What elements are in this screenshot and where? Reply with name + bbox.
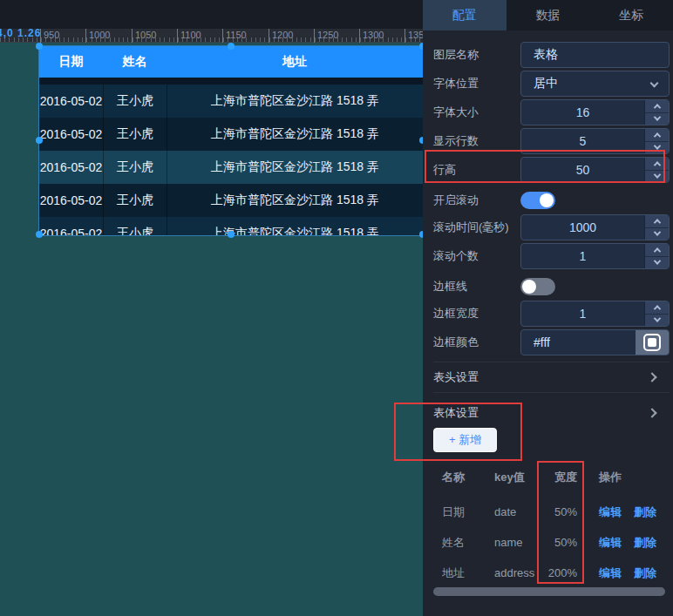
layer-name-label: 图层名称 <box>433 42 479 68</box>
display-rows-label: 显示行数 <box>433 128 479 154</box>
spinner-down-icon[interactable] <box>645 142 669 154</box>
border-line-toggle[interactable] <box>520 278 555 295</box>
delete-link[interactable]: 删除 <box>634 534 660 552</box>
resize-handle-top-left[interactable] <box>36 43 43 50</box>
cell-address: 上海市普陀区金沙江路 1518 弄 <box>167 85 423 118</box>
table-widget[interactable]: 日期 姓名 地址 2016-05-02 王小虎 上海市普陀区金沙江路 1518 … <box>39 46 423 235</box>
table-widget-header: 日期 姓名 地址 <box>39 46 423 78</box>
divider <box>433 392 670 393</box>
scroll-count-label: 滚动个数 <box>433 243 479 269</box>
cell-date: 2016-05-02 <box>39 118 103 151</box>
edit-link[interactable]: 编辑 <box>599 534 625 552</box>
border-width-value: 1 <box>521 307 644 321</box>
scroll-time-value: 1000 <box>521 220 644 234</box>
cell-name: 王小虎 <box>103 184 167 217</box>
section-table-body-settings[interactable]: 表体设置 <box>433 405 670 423</box>
tab-data[interactable]: 数据 <box>506 0 590 30</box>
spinner-up-icon[interactable] <box>645 158 669 170</box>
ruler-tick-label: 1300 <box>359 29 384 43</box>
resize-handle-bottom-left[interactable] <box>36 231 43 238</box>
tab-config[interactable]: 配置 <box>423 0 506 30</box>
font-size-value: 16 <box>521 105 644 119</box>
spinner-up-icon[interactable] <box>645 100 669 112</box>
coltable-name: 地址 <box>442 565 486 582</box>
spinner-down-icon[interactable] <box>645 171 669 183</box>
scroll-enable-toggle[interactable] <box>520 192 555 209</box>
tab-coords[interactable]: 坐标 <box>589 0 673 30</box>
font-position-select[interactable]: 居中 <box>520 71 670 97</box>
settings-panel: 配置 数据 坐标 图层名称 表格 字体位置 居中 字体大小 16 显示行数 5 <box>423 0 673 616</box>
row-height-input[interactable]: 50 <box>520 157 670 183</box>
spinner-down-icon[interactable] <box>645 315 669 327</box>
table-row: 2016-05-02 王小虎 上海市普陀区金沙江路 1518 弄 <box>39 85 423 118</box>
horizontal-ruler: 950 1000 1050 1100 1150 1200 1250 1300 1… <box>0 29 423 43</box>
table-widget-header-cell: 日期 <box>39 46 103 78</box>
border-color-input[interactable]: #fff <box>520 329 670 355</box>
font-size-input[interactable]: 16 <box>520 99 670 125</box>
edit-link[interactable]: 编辑 <box>599 504 625 521</box>
ruler-tick-label: 1350 <box>404 29 423 43</box>
cell-address: 上海市普陀区金沙江路 1518 弄 <box>167 217 423 235</box>
chevron-right-icon <box>647 408 656 417</box>
border-width-input[interactable]: 1 <box>520 301 670 327</box>
resize-handle-top-right[interactable] <box>419 43 423 50</box>
cell-address: 上海市普陀区金沙江路 1518 弄 <box>167 151 423 184</box>
section-table-header-settings[interactable]: 表头设置 <box>433 369 670 387</box>
delete-link[interactable]: 删除 <box>634 565 660 582</box>
horizontal-scrollbar[interactable] <box>433 587 665 596</box>
row-height-label: 行高 <box>433 157 456 183</box>
table-row: 2016-05-02 王小虎 上海市普陀区金沙江路 1518 弄 <box>39 184 423 217</box>
table-widget-header-gap <box>39 78 423 85</box>
spinner-up-icon[interactable] <box>645 129 669 141</box>
table-row: 2016-05-02 王小虎 上海市普陀区金沙江路 1518 弄 <box>39 118 423 151</box>
table-row-highlighted: 2016-05-02 王小虎 上海市普陀区金沙江路 1518 弄 <box>39 151 423 184</box>
color-swatch-icon <box>643 334 661 351</box>
edit-link[interactable]: 编辑 <box>599 565 625 582</box>
resize-handle-bottom-middle[interactable] <box>228 231 235 238</box>
resize-handle-middle-right[interactable] <box>419 137 423 144</box>
divider <box>433 362 670 362</box>
coltable-header-name: 名称 <box>442 469 486 486</box>
scroll-count-input[interactable]: 1 <box>520 243 670 269</box>
ruler-cursor-position: 4,0 1.26 <box>0 27 41 39</box>
spinner-down-icon[interactable] <box>645 228 669 240</box>
ruler-tick-label: 1100 <box>177 29 201 43</box>
canvas-area: 950 1000 1050 1100 1150 1200 1250 1300 1… <box>0 0 423 616</box>
coltable-width: 50% <box>534 534 577 552</box>
spinner-down-icon[interactable] <box>645 113 669 125</box>
table-widget-header-cell: 姓名 <box>103 46 167 78</box>
cell-date: 2016-05-02 <box>39 151 103 184</box>
scroll-count-value: 1 <box>521 249 644 263</box>
spinner-up-icon[interactable] <box>645 215 669 227</box>
spinner-down-icon[interactable] <box>645 257 669 269</box>
resize-handle-top-middle[interactable] <box>228 43 235 50</box>
cell-address: 上海市普陀区金沙江路 1518 弄 <box>167 118 423 151</box>
ruler-tick-label: 1050 <box>132 29 156 43</box>
toggle-knob <box>522 280 536 294</box>
toggle-knob <box>540 193 554 207</box>
layer-name-input[interactable]: 表格 <box>520 42 670 68</box>
resize-handle-bottom-right[interactable] <box>419 231 423 238</box>
coltable-header-width: 宽度 <box>534 469 577 486</box>
add-column-button[interactable]: + 新增 <box>433 428 497 452</box>
layer-name-value: 表格 <box>521 47 669 63</box>
display-rows-input[interactable]: 5 <box>520 128 670 154</box>
ruler-tick-label: 1250 <box>314 29 338 43</box>
cell-address: 上海市普陀区金沙江路 1518 弄 <box>167 184 423 217</box>
resize-handle-middle-left[interactable] <box>36 137 43 144</box>
table-widget-header-cell: 地址 <box>167 46 423 78</box>
spinner-up-icon[interactable] <box>645 244 669 256</box>
coltable-width: 50% <box>534 504 577 521</box>
spinner-up-icon[interactable] <box>645 301 669 314</box>
ruler-tick-label: 1000 <box>85 29 110 43</box>
chevron-right-icon <box>647 372 656 382</box>
color-picker-button[interactable] <box>636 330 669 355</box>
border-line-label: 边框线 <box>433 274 467 300</box>
scroll-time-input[interactable]: 1000 <box>520 214 670 240</box>
delete-link[interactable]: 删除 <box>634 504 660 521</box>
cell-name: 王小虎 <box>103 118 167 151</box>
coltable-width: 200% <box>534 565 577 582</box>
cell-name: 王小虎 <box>103 85 167 118</box>
scroll-enable-label: 开启滚动 <box>433 187 479 213</box>
cell-date: 2016-05-02 <box>39 85 103 118</box>
